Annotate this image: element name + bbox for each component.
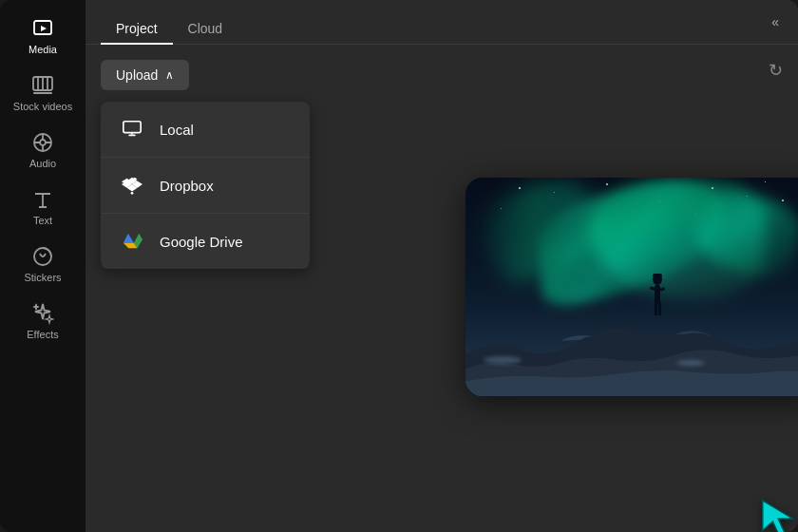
snow-layer [466,342,798,397]
stickers-icon [31,245,54,268]
sidebar: Media Stock videos Audio [0,0,86,532]
svg-rect-25 [658,302,661,315]
sidebar-text-label: Text [33,215,52,226]
sidebar-media-label: Media [28,44,57,55]
svg-rect-27 [660,288,666,293]
stock-videos-icon [31,74,54,97]
sidebar-item-stock-videos[interactable]: Stock videos [5,65,81,122]
dropbox-icon [120,173,144,198]
tab-cloud[interactable]: Cloud [173,13,238,44]
effects-icon [31,302,54,325]
main-content: Project Cloud « ↻ Upload ∧ [86,0,798,532]
sidebar-item-text[interactable]: Text [5,179,81,236]
figure-silhouette [648,270,667,326]
svg-rect-3 [33,92,52,94]
audio-icon [31,131,54,154]
sidebar-stock-label: Stock videos [13,101,72,112]
refresh-button[interactable]: ↻ [769,60,783,81]
svg-rect-26 [650,287,656,291]
upload-chevron: ∧ [165,68,174,82]
svg-point-8 [40,140,46,145]
media-icon [31,17,54,40]
dropdown-item-google-drive[interactable]: Google Drive [101,214,310,269]
preview-image-area [466,178,798,396]
sidebar-effects-label: Effects [27,329,58,340]
collapse-button[interactable]: « [768,10,783,33]
google-drive-label: Google Drive [160,234,243,250]
sidebar-item-effects[interactable]: Effects [5,293,81,350]
dropdown-item-dropbox[interactable]: Dropbox [101,158,310,214]
sidebar-audio-label: Audio [29,158,56,169]
app-frame: Media Stock videos Audio [0,0,798,532]
google-drive-icon [120,229,144,254]
tab-project[interactable]: Project [101,13,173,44]
sidebar-item-stickers[interactable]: Stickers [5,236,81,293]
upload-button[interactable]: Upload ∧ [101,60,189,90]
upload-dropdown: Local [101,102,310,269]
svg-rect-17 [124,122,141,133]
svg-rect-23 [655,285,660,304]
upload-label: Upload [116,67,158,83]
dropbox-label: Dropbox [160,178,214,194]
svg-marker-1 [41,26,47,31]
sidebar-item-audio[interactable]: Audio [5,122,81,179]
local-label: Local [160,122,194,138]
svg-rect-24 [655,302,657,315]
sidebar-stickers-label: Stickers [24,272,61,283]
text-icon [31,188,54,211]
preview-image [466,178,798,396]
dropdown-item-local[interactable]: Local [101,102,310,158]
content-panel: ↻ Upload ∧ Local [86,45,798,532]
svg-rect-18 [128,135,135,137]
svg-rect-22 [653,274,662,277]
local-icon [120,117,144,142]
svg-point-20 [131,192,134,195]
tab-bar: Project Cloud « [86,0,798,45]
sidebar-item-media[interactable]: Media [5,8,81,65]
